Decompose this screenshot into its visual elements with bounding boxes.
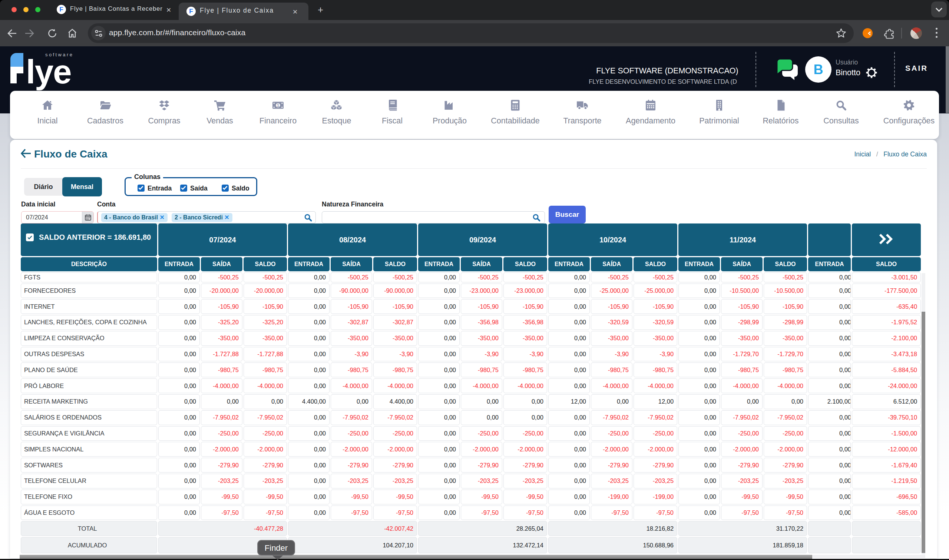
svg-text:1: 1: [277, 103, 280, 108]
